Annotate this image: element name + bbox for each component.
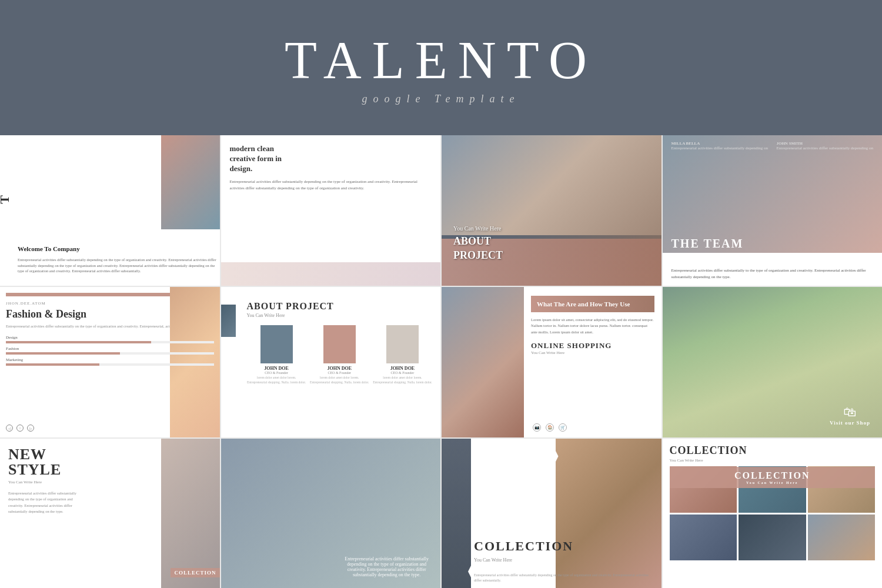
- slide11-photo6: [808, 514, 876, 561]
- slide3-title: ABOUT PROJECT: [453, 235, 503, 260]
- app-title: TALENTO: [285, 30, 597, 91]
- slide2-modern-text: modern clean creative form in design.: [230, 144, 432, 174]
- slide6-person2: JOHN DOE CEO & Founder lorem dolor amet …: [310, 325, 369, 385]
- slide5-bar3-track: [6, 363, 214, 366]
- slide10-coll-body: Entrepreneurial activities differ substa…: [474, 573, 656, 583]
- slide10-photo: [556, 439, 662, 588]
- slide-visit-shop: 🛍 Visit our Shop: [663, 287, 883, 437]
- slide6-person2-name: JOHN DOE: [327, 366, 352, 371]
- slide6-about-title: ABOUT PROJECT: [229, 301, 433, 312]
- slide7-shop-title: Online Shopping: [531, 341, 654, 350]
- slide8-bag-icon: 🛍: [830, 405, 870, 420]
- app-subtitle: google Template: [362, 93, 520, 105]
- slide7-content: What The Are and How They Use Lorem ipsu…: [524, 287, 662, 437]
- slide3-overlay: You Can Write Here ABOUT PROJECT: [453, 225, 503, 262]
- slide4-person1-desc: Entrepreneurial activities differ substa…: [671, 146, 769, 151]
- slide4-person1-name: MILLA BELLA: [671, 141, 769, 146]
- slide6-person1-img: [260, 325, 293, 363]
- slide5-bar2-track: [6, 352, 214, 355]
- slide5-dot2[interactable]: ○: [16, 425, 24, 432]
- slide9-photo: [161, 439, 220, 588]
- slide7-shop-sub: You Can Write Here: [531, 350, 654, 355]
- slide7-icon-camera[interactable]: 📷: [533, 423, 541, 432]
- slide5-bar3-fill: [6, 363, 99, 366]
- slide4-bg: [663, 135, 883, 253]
- slide8-overlay: 🛍 Visit our Shop: [830, 405, 870, 426]
- slide4-person2: JOHN SMITH Entrepreneurial activities di…: [776, 141, 873, 151]
- slide11-photo5: [739, 514, 806, 561]
- slide4-team-text: Entrepreneurial activities differ substa…: [671, 268, 874, 280]
- slide5-photo: [170, 287, 220, 437]
- slide6-person1: JOHN DOE CEO & Founder lorem dolor amet …: [247, 325, 306, 385]
- slide-about-project-people: ABOUT PROJECT You Can Write Here JOHN DO…: [221, 287, 441, 437]
- slide6-person1-desc: lorem dolor amet dolor lorem. Entreprene…: [247, 376, 306, 385]
- slide2-accent: [221, 262, 441, 286]
- slide6-person3: JOHN DOE CEO & Founder lorem dolor amet …: [373, 325, 432, 385]
- slide5-dot1[interactable]: ◁: [6, 425, 13, 432]
- slide10-coll-title: COLLECTION: [474, 539, 573, 554]
- slide6-side-img: [221, 305, 236, 337]
- slide9-body: Entrepreneurial activities differ substa…: [8, 490, 85, 515]
- slide6-person1-name: JOHN DOE: [264, 366, 289, 371]
- slide4-team-title: THE TEAM: [671, 237, 744, 250]
- slide6-person2-desc: lorem dolor amet dolor lorem. Entreprene…: [310, 376, 369, 385]
- slide1-big-text: T: [0, 194, 12, 204]
- slide-new-style: COLLECTION NEW STYLE You Can Write Here …: [0, 439, 220, 588]
- slide-extra-team-photos: Entrepreneurial activities differ substa…: [221, 439, 441, 588]
- slide1-title: Welcome To Company: [18, 244, 220, 254]
- slide6-person3-name: JOHN DOE: [390, 366, 415, 371]
- slide9-badge: COLLECTION: [171, 568, 219, 577]
- slide-fashion-design: JHON.DEE.ATOM Fashion & Design Entrepren…: [0, 287, 220, 437]
- slide6-person1-role: CEO & Founder: [265, 371, 288, 375]
- slide-team: MILLA BELLA Entrepreneurial activities d…: [663, 135, 883, 286]
- slide11-title: COLLECTION: [670, 445, 876, 457]
- slide2-body: Entrepreneurial activities differ substa…: [230, 179, 432, 192]
- slide7-icons: 📷 🏠 🛒: [533, 423, 567, 432]
- slide5-nav-dots: ◁ ○ ▷: [6, 425, 34, 432]
- slide7-icon-cart[interactable]: 🛒: [559, 423, 567, 432]
- slide-modern: modern clean creative form in design. En…: [221, 135, 441, 286]
- slide-welcome: T Welcome To Company Entrepreneurial act…: [0, 135, 220, 286]
- slide11-over-title: COLLECTION: [673, 470, 872, 481]
- slide11-overlay: COLLECTION You Can Write Here: [670, 467, 876, 488]
- slide1-body: Entrepreneurial activities differ substa…: [18, 257, 220, 274]
- slide3-sub: You Can Write Here: [453, 225, 503, 232]
- slide4-person2-desc: Entrepreneurial activities differ substa…: [776, 146, 873, 151]
- slide6-person3-img: [386, 325, 419, 363]
- slide10-coll-sub: You Can Write Here: [474, 557, 512, 563]
- slide6-persons-row: JOHN DOE CEO & Founder lorem dolor amet …: [229, 325, 433, 385]
- slide5-dot3[interactable]: ▷: [27, 425, 34, 432]
- slide-about-project-photo: You Can Write Here ABOUT PROJECT: [442, 135, 662, 286]
- slide4-person1: MILLA BELLA Entrepreneurial activities d…: [671, 141, 769, 151]
- slide6-person2-role: CEO & Founder: [328, 371, 351, 375]
- slide7-photo: [442, 287, 524, 437]
- slide7-icon-home[interactable]: 🏠: [546, 423, 554, 432]
- slide10-left-accent: [442, 439, 471, 588]
- slide6-person3-role: CEO & Founder: [391, 371, 415, 375]
- slide1-content: Welcome To Company Entrepreneurial activ…: [18, 244, 220, 274]
- slide1-photo: [161, 135, 220, 229]
- slide-collection-grid: COLLECTION You Can Write Here COLLECTION…: [663, 439, 883, 588]
- slide11-photo4: [670, 514, 737, 561]
- slide5-bar1-fill: [6, 341, 151, 343]
- slide10-hex-right: [523, 439, 559, 474]
- slide5-bar1-track: [6, 341, 214, 343]
- slide-extra-text: Entrepreneurial activities differ substa…: [345, 556, 429, 577]
- slide4-team-sub: You Can Write Here: [671, 254, 710, 259]
- slide3-photo: [442, 135, 662, 235]
- slide6-person3-desc: lorem dolor amet dolor lorem. Entreprene…: [373, 376, 432, 385]
- slide6-person2-img: [323, 325, 356, 363]
- slide11-sub: You Can Write Here: [670, 458, 876, 463]
- slide11-over-sub: You Can Write Here: [673, 481, 872, 485]
- slide-online-shopping: What The Are and How They Use Lorem ipsu…: [442, 287, 662, 437]
- slides-grid: T Welcome To Company Entrepreneurial act…: [0, 135, 882, 588]
- slide7-what-body: Lorem ipsum dolor sit amet, consectetur …: [531, 317, 654, 335]
- slide5-bar2-fill: [6, 352, 120, 355]
- slide-collection-large: COLLECTION You Can Write Here Entreprene…: [442, 439, 662, 588]
- header: TALENTO google Template: [0, 0, 882, 135]
- slide7-what-title: What The Are and How They Use: [531, 296, 654, 312]
- slide8-visit-text: Visit our Shop: [830, 420, 870, 426]
- slide4-person2-name: JOHN SMITH: [776, 141, 873, 146]
- slide6-about-sub: You Can Write Here: [229, 313, 433, 318]
